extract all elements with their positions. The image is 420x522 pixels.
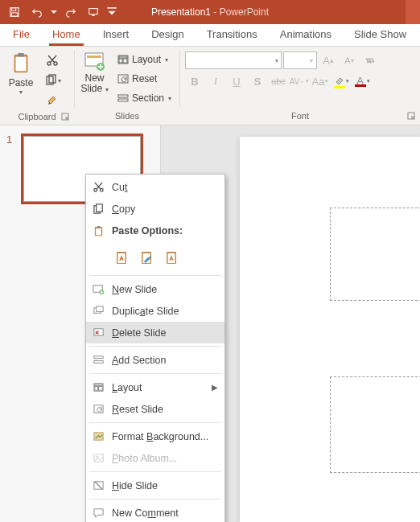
svg-rect-4 [107,7,117,9]
format-painter-icon [46,94,59,107]
title-right-edge [406,0,420,24]
bold-button[interactable]: B [185,72,204,90]
svg-rect-38 [168,253,175,263]
save-icon[interactable] [5,2,24,22]
layout-button[interactable]: Layout▾ [114,51,175,68]
char-spacing-button[interactable]: AV↔▾ [290,72,309,90]
menu-format-background[interactable]: Format Background... [86,425,224,447]
copy-icon [91,202,105,216]
svg-rect-19 [123,59,127,63]
menu-cut[interactable]: Cut [86,176,224,198]
paste-picture[interactable] [162,248,183,269]
reset-icon [117,73,129,84]
tab-transitions[interactable]: Transitions [196,23,269,46]
svg-point-25 [93,188,97,191]
dialog-launcher-icon[interactable] [60,111,71,122]
strikethrough-button[interactable]: abc [269,72,288,90]
tab-home[interactable]: Home [41,23,92,46]
svg-rect-17 [119,56,127,58]
svg-rect-22 [118,99,128,101]
paste-label: Paste [9,77,34,88]
group-label-font: Font [180,109,420,125]
format-painter-button[interactable] [42,92,63,109]
menu-photo-album: Photo Album... [86,447,224,469]
tab-file[interactable]: File [2,23,41,46]
svg-point-9 [54,62,57,65]
start-from-beginning-icon[interactable] [84,2,103,22]
svg-rect-3 [89,9,98,14]
clear-formatting-button[interactable]: A [360,51,380,69]
svg-rect-28 [96,204,102,212]
new-slide-icon [83,50,105,72]
tab-animations[interactable]: Animations [269,23,343,46]
paste-use-destination-theme[interactable] [112,248,133,269]
decrease-font-button[interactable]: A▾ [340,51,359,69]
font-size-combo[interactable]: ▾ [283,51,317,69]
svg-rect-31 [97,225,100,228]
tab-insert[interactable]: Insert [92,23,141,46]
chevron-right-icon: ▶ [212,383,218,392]
title-bar: Presentation1 - PowerPoint [0,0,420,24]
reset-button[interactable]: Reset [114,70,175,88]
layout-icon [117,54,129,65]
svg-rect-2 [12,13,18,16]
svg-rect-14 [87,55,101,58]
redo-icon[interactable] [61,2,80,22]
menu-delete-slide[interactable]: Delete Slide [86,322,224,343]
menu-add-section[interactable]: Add Section [86,349,224,371]
svg-rect-51 [93,433,102,440]
ribbon: Paste ▾ ▾ Clipboard NewSlide ▾ Layout▾ R… [0,47,420,125]
delete-slide-icon [91,326,105,340]
italic-button[interactable]: I [206,72,225,90]
svg-point-26 [100,188,103,191]
cut-button[interactable] [42,51,63,69]
paste-button[interactable]: Paste ▾ [5,50,37,96]
menu-hide-slide[interactable]: Hide Slide [86,475,224,496]
svg-point-8 [47,62,51,65]
menu-paste-options: Paste Options: [86,220,224,273]
photo-album-icon [91,451,105,466]
dialog-launcher-icon[interactable] [406,110,417,121]
font-name-combo[interactable]: ▾ [185,51,282,69]
increase-font-button[interactable]: A▴ [319,51,338,69]
font-highlight-button[interactable]: ▾ [331,72,351,90]
clipboard-theme-icon [114,250,130,266]
change-case-button[interactable]: Aa▾ [311,72,330,90]
svg-text:A: A [367,58,372,65]
tab-design[interactable]: Design [140,23,195,46]
undo-dropdown-icon[interactable] [50,2,58,22]
subtitle-placeholder[interactable] [330,376,420,473]
underline-button[interactable]: U [227,72,246,90]
text-shadow-button[interactable]: S [248,72,267,90]
menu-new-comment[interactable]: New Comment [86,502,224,522]
svg-rect-47 [94,384,101,386]
qat-customize-icon[interactable] [106,2,117,22]
copy-button[interactable]: ▾ [42,72,63,89]
new-slide-button[interactable]: NewSlide ▾ [80,50,109,94]
group-label-clipboard: Clipboard [0,109,74,125]
group-label-slides: Slides [75,109,179,125]
title-placeholder[interactable] [330,208,420,301]
group-slides: NewSlide ▾ Layout▾ Reset Section▾ Slides [75,47,179,125]
svg-rect-1 [12,8,16,11]
menu-copy[interactable]: Copy [86,198,224,220]
undo-icon[interactable] [27,2,47,22]
clipboard-icon [9,51,33,76]
menu-duplicate-slide[interactable]: Duplicate Slide [86,300,224,322]
eraser-icon: A [364,55,376,66]
format-background-icon [91,430,105,444]
menu-new-slide[interactable]: New Slide [86,278,224,300]
svg-rect-30 [96,228,101,234]
menu-reset-slide[interactable]: Reset Slide [86,398,224,420]
svg-rect-7 [18,53,24,57]
slide-canvas[interactable] [240,137,420,522]
section-button[interactable]: Section▾ [114,89,175,107]
menu-layout[interactable]: Layout ▶ [86,376,224,398]
tab-slideshow[interactable]: Slide Show [343,23,418,46]
ribbon-tabs: File Home Insert Design Transitions Anim… [0,24,420,47]
clipboard-icon [91,224,105,238]
section-icon [117,92,129,104]
paste-keep-source-formatting[interactable] [137,248,158,269]
app-name: PowerPoint [220,6,269,18]
font-color-button[interactable]: A▾ [352,72,372,90]
